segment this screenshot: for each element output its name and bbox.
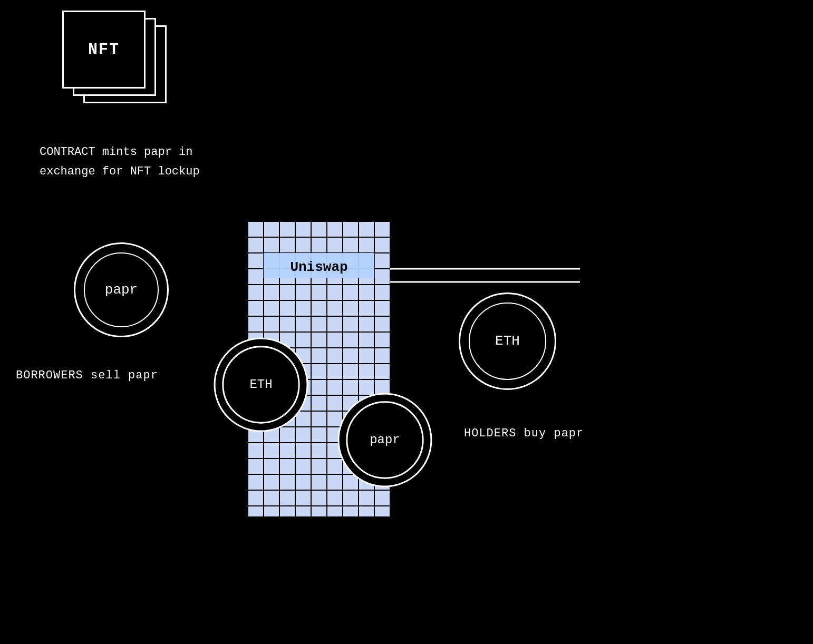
holders-label: HOLDERS buy papr — [464, 427, 584, 440]
contract-line1: CONTRACT mints papr in — [40, 142, 200, 162]
nft-label: NFT — [88, 41, 120, 58]
main-scene: NFT CONTRACT mints papr in exchange for … — [0, 0, 813, 644]
papr-coin-left: papr — [74, 242, 169, 337]
papr-coin-left-label: papr — [105, 282, 138, 298]
nft-stack: NFT — [58, 11, 163, 111]
contract-line2: exchange for NFT lockup — [40, 162, 200, 181]
eth-coin-right-label: ETH — [495, 333, 520, 349]
borrowers-label: BORROWERS sell papr — [16, 369, 158, 382]
eth-coin-right: ETH — [459, 292, 556, 390]
contract-description: CONTRACT mints papr in exchange for NFT … — [40, 142, 200, 182]
